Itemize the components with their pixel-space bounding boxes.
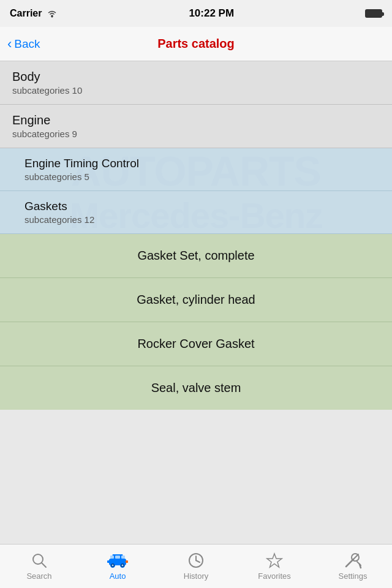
tab-auto[interactable]: Auto	[78, 545, 157, 588]
list-item[interactable]: Body subcategories 10	[0, 61, 392, 105]
tab-settings[interactable]: Settings	[314, 545, 392, 588]
list-item[interactable]: Seal, valve stem	[0, 366, 392, 410]
svg-rect-6	[115, 556, 120, 559]
car-icon	[107, 552, 129, 569]
svg-rect-7	[121, 556, 125, 559]
list-item[interactable]: Engine Timing Control subcategories 5	[0, 148, 392, 191]
svg-rect-5	[110, 556, 114, 559]
item-title: Body	[12, 70, 380, 84]
item-subtitle: subcategories 10	[12, 85, 380, 96]
tab-favorites[interactable]: Favorites	[235, 545, 314, 588]
tab-search-label: Search	[26, 571, 51, 581]
svg-marker-17	[267, 554, 282, 567]
tab-history-label: History	[184, 571, 208, 581]
svg-point-9	[112, 565, 114, 567]
item-title: Gaskets	[24, 200, 380, 213]
star-icon	[266, 552, 283, 569]
list-item[interactable]: Engine subcategories 9	[0, 105, 392, 148]
tab-search[interactable]: Search	[0, 545, 78, 588]
back-label: Back	[14, 37, 40, 51]
tab-bar: Search Auto History Fav	[0, 544, 392, 588]
item-title: Engine	[12, 113, 380, 127]
status-battery	[365, 9, 382, 18]
tab-auto-label: Auto	[110, 571, 126, 581]
page-title: Parts catalog	[157, 37, 235, 51]
item-title: Gasket, cylinder head	[12, 293, 380, 307]
item-title: Gasket Set, complete	[12, 249, 380, 263]
item-subtitle: subcategories 12	[24, 214, 380, 225]
svg-line-20	[352, 554, 358, 560]
list-item[interactable]: Gaskets subcategories 12	[0, 191, 392, 234]
back-button[interactable]: ‹ Back	[7, 36, 40, 52]
settings-icon	[344, 552, 362, 569]
status-time: 10:22 PM	[189, 7, 234, 20]
status-bar: Carrier 10:22 PM	[0, 0, 392, 27]
svg-rect-13	[126, 560, 128, 563]
item-subtitle: subcategories 9	[12, 129, 380, 139]
svg-point-0	[51, 16, 53, 18]
tab-history[interactable]: History	[157, 545, 235, 588]
wifi-icon	[47, 9, 58, 18]
list-item[interactable]: Rocker Cover Gasket	[0, 322, 392, 366]
item-title: Rocker Cover Gasket	[12, 337, 380, 351]
item-subtitle: subcategories 5	[24, 172, 380, 182]
list-container: Body subcategories 10 Engine subcategori…	[0, 61, 392, 544]
status-carrier-wifi: Carrier	[10, 8, 58, 19]
back-chevron-icon: ‹	[7, 36, 12, 52]
search-icon	[31, 552, 48, 569]
clock-icon	[187, 552, 205, 569]
svg-line-16	[196, 560, 200, 562]
svg-line-2	[42, 563, 46, 567]
battery-icon	[365, 9, 382, 18]
nav-bar: ‹ Back Parts catalog	[0, 27, 392, 61]
carrier-label: Carrier	[10, 8, 42, 19]
svg-point-11	[122, 565, 124, 567]
tab-favorites-label: Favorites	[258, 571, 290, 581]
list-item[interactable]: Gasket Set, complete	[0, 234, 392, 278]
item-title: Seal, valve stem	[12, 381, 380, 395]
tab-settings-label: Settings	[339, 571, 368, 581]
list-item[interactable]: Gasket, cylinder head	[0, 278, 392, 322]
watermark-section: AUTOPARTS Mercedes-Benz Engine Timing Co…	[0, 148, 392, 234]
svg-rect-12	[107, 560, 110, 563]
item-title: Engine Timing Control	[24, 157, 380, 170]
